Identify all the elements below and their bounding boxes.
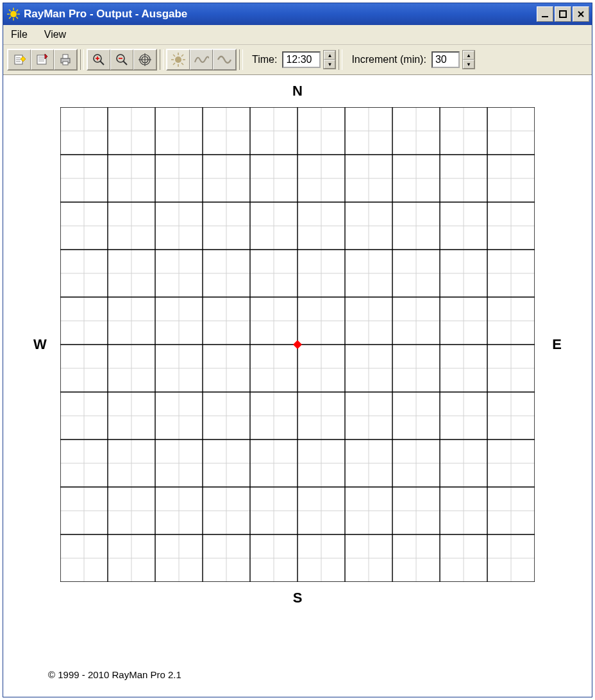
window-title: RayMan Pro - Output - Ausgabe [24,8,537,21]
grid-plot [60,107,535,582]
increment-spinner-up[interactable]: ▲ [463,51,474,60]
toolbar-separator [160,49,163,70]
target-icon [138,53,152,67]
toolbar-separator [239,49,243,70]
zoom-out-icon [115,53,129,67]
app-window: RayMan Pro - Output - Ausgabe File View [3,3,592,697]
window-controls [537,6,589,22]
increment-input[interactable] [432,51,460,68]
toolbar: Time: ▲ ▼ Increment (min): ▲ ▼ [3,45,592,75]
increment-label: Increment (min): [345,54,430,65]
time-spinner: ▲ ▼ [323,50,336,69]
menu-view[interactable]: View [42,28,69,42]
print-button[interactable] [54,49,77,70]
svg-marker-110 [293,340,302,349]
zoom-in-icon [92,53,106,67]
titlebar: RayMan Pro - Output - Ausgabe [3,3,592,25]
new-document-icon [12,53,26,67]
minimize-button[interactable] [537,6,553,22]
toolbar-mode-group [166,49,237,71]
label-south: S [293,590,303,606]
svg-line-43 [181,63,183,65]
svg-point-0 [10,11,17,17]
svg-line-27 [100,61,104,65]
sun-mode-icon [171,52,186,67]
toolbar-file-group [7,49,78,71]
svg-rect-9 [542,16,548,17]
toolbar-separator [339,49,342,70]
menubar: File View [3,25,592,45]
svg-point-37 [175,56,181,63]
svg-line-5 [9,10,11,12]
compass-chart: N S W E [41,88,554,601]
increment-spinner: ▲ ▼ [462,50,475,69]
svg-rect-25 [63,62,68,65]
maximize-button[interactable] [555,6,571,22]
copyright-text: © 1999 - 2010 RayMan Pro 2.1 [48,669,181,680]
sine-mode-button[interactable] [213,49,236,70]
content-area: N S W E © 1999 - 2010 RayMan Pro 2.1 [3,75,592,697]
svg-rect-24 [63,55,68,58]
app-sun-icon [7,8,20,21]
target-button[interactable] [133,49,156,70]
svg-line-31 [123,61,127,65]
time-input[interactable] [282,51,321,68]
label-east: E [552,336,562,353]
toolbar-zoom-group [87,49,157,71]
wave-icon [194,52,209,67]
zoom-out-button[interactable] [110,49,133,70]
svg-line-42 [173,55,175,56]
increment-spinner-down[interactable]: ▼ [463,60,474,69]
svg-line-8 [9,17,11,19]
svg-line-44 [181,55,183,56]
svg-rect-10 [560,11,566,17]
menu-file[interactable]: File [8,28,30,42]
label-west: W [33,336,47,353]
svg-line-7 [16,10,18,12]
time-spinner-up[interactable]: ▲ [324,51,335,60]
svg-line-6 [16,17,18,19]
save-button[interactable] [31,49,54,70]
label-north: N [292,83,303,99]
svg-line-45 [173,63,175,65]
zoom-in-button[interactable] [87,49,110,70]
sun-mode-button[interactable] [167,49,190,70]
sine-icon [217,52,232,67]
new-output-button[interactable] [8,49,31,70]
wave-mode-button[interactable] [190,49,213,70]
print-icon [58,53,72,67]
time-label: Time: [246,54,281,65]
toolbar-separator [80,49,84,70]
close-button[interactable] [573,6,589,22]
time-spinner-down[interactable]: ▼ [324,60,335,69]
save-icon [35,53,49,67]
